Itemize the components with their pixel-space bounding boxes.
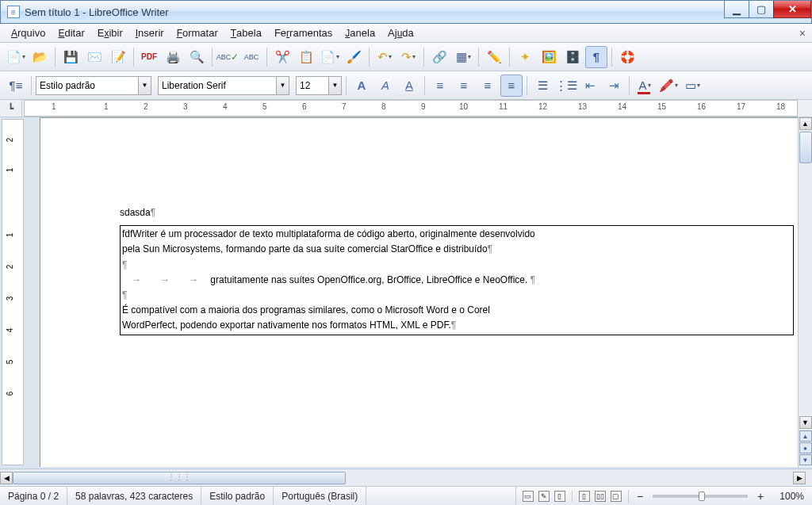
bullet-list-button[interactable]: ⋮☰ <box>555 75 577 97</box>
vertical-ruler[interactable]: 2 1 1 2 3 4 5 6 <box>2 119 24 465</box>
title-bar: Sem título 1 - LibreOffice Writer <box>0 0 812 24</box>
font-size-dropdown[interactable]: ▼ <box>329 76 342 95</box>
underline-button[interactable]: A <box>398 75 420 97</box>
format-paintbrush-button[interactable]: 🖌️ <box>343 46 365 68</box>
doc-modified-icon[interactable]: ✎ <box>538 491 550 502</box>
zoom-out-button[interactable]: − <box>634 490 646 503</box>
drawing-button[interactable]: ✏️ <box>483 46 505 68</box>
zoom-slider[interactable] <box>653 495 748 498</box>
undo-button[interactable]: ↶▾ <box>373 46 396 68</box>
font-name-combo[interactable]: Liberation Serif <box>158 76 277 95</box>
font-size-combo[interactable]: 12 <box>296 76 329 95</box>
hscroll-thumb[interactable]: ⋮⋮⋮ <box>13 472 346 484</box>
para3[interactable]: gratuitamente nas suítes OpenOffice.org,… <box>210 274 527 285</box>
navigation-button[interactable]: ● <box>799 442 812 453</box>
status-page[interactable]: Página 0 / 2 <box>0 487 67 505</box>
horizontal-ruler[interactable]: ┗ 1 1 2 3 4 5 6 7 8 9 10 11 12 13 14 15 … <box>0 100 812 117</box>
spellcheck-button[interactable]: ABC✓ <box>216 46 239 68</box>
font-name-dropdown[interactable]: ▼ <box>277 76 289 95</box>
status-insert-mode[interactable] <box>366 487 516 505</box>
view-book-icon[interactable]: ▢ <box>611 491 622 502</box>
status-language[interactable]: Português (Brasil) <box>274 487 366 505</box>
align-right-button[interactable]: ≡ <box>477 75 499 97</box>
align-left-button[interactable]: ≡ <box>429 75 451 97</box>
redo-button[interactable]: ↷▾ <box>397 46 419 68</box>
prev-page-button[interactable]: ▲ <box>799 430 812 442</box>
paste-button[interactable]: 📄▾ <box>319 46 341 68</box>
view-multi-page-icon[interactable]: ▯▯ <box>595 491 606 502</box>
highlight-button[interactable]: 🖍️▾ <box>657 75 680 97</box>
align-justify-button[interactable]: ≡ <box>500 75 523 97</box>
next-page-button[interactable]: ▼ <box>799 454 812 465</box>
styles-window-button[interactable]: ¶≡ <box>5 75 27 97</box>
para4-line2[interactable]: WordPerfect, podendo exportar nativament… <box>122 319 451 331</box>
menu-editar[interactable]: Editar <box>52 25 90 41</box>
print-preview-button[interactable]: 🔍 <box>186 46 208 68</box>
view-single-page-icon[interactable]: ▯ <box>579 491 590 502</box>
auto-spellcheck-button[interactable]: ABC <box>240 46 262 68</box>
email-button[interactable]: ✉️ <box>83 46 105 68</box>
digital-signature-icon[interactable]: ▯ <box>554 491 565 502</box>
scroll-left-button[interactable]: ◀ <box>0 472 13 484</box>
print-button[interactable]: 🖨️ <box>162 46 184 68</box>
maximize-button[interactable] <box>749 1 774 18</box>
numbered-list-button[interactable]: ☰ <box>531 75 553 97</box>
minimize-button[interactable] <box>724 1 749 18</box>
para2-line2[interactable]: pela Sun Microsystems, formando parte da… <box>122 243 488 254</box>
menu-ferramentas[interactable]: Ferramentas <box>268 25 339 41</box>
para4-line1[interactable]: É compatível com a maioria dos programas… <box>122 304 490 316</box>
menu-inserir[interactable]: Inserir <box>129 25 170 41</box>
page-scroll-area[interactable]: sdasda¶ fdfWriter é um processador de te… <box>25 117 798 467</box>
menu-janela[interactable]: Janela <box>339 25 381 41</box>
para2-line1[interactable]: fdfWriter é um processador de texto mult… <box>122 228 535 239</box>
edit-doc-button[interactable]: 📝 <box>107 46 129 68</box>
navigator-button[interactable]: ✦ <box>514 46 536 68</box>
background-color-button[interactable]: ▭▾ <box>681 75 703 97</box>
paragraph-style-combo[interactable]: Estilo padrão <box>36 76 139 95</box>
document-workarea: 2 1 1 2 3 4 5 6 sdasda¶ fdfWriter é um p… <box>0 117 812 467</box>
gallery-button[interactable]: 🖼️ <box>538 46 560 68</box>
status-zoom[interactable]: 100% <box>772 487 812 505</box>
document-page[interactable]: sdasda¶ fdfWriter é um processador de te… <box>40 117 798 467</box>
export-pdf-button[interactable]: PDF <box>138 46 160 68</box>
scroll-down-button[interactable]: ▼ <box>799 416 812 429</box>
font-color-button[interactable]: A▾ <box>634 75 656 97</box>
menu-exibir[interactable]: Exibir <box>91 25 129 41</box>
cut-button[interactable]: ✂️ <box>271 46 293 68</box>
nonprinting-chars-button[interactable]: ¶ <box>585 46 607 68</box>
paragraph-style-dropdown[interactable]: ▼ <box>139 76 151 95</box>
scroll-right-button[interactable]: ▶ <box>793 472 806 484</box>
close-doc-button[interactable]: × <box>799 27 806 40</box>
save-button[interactable]: 💾 <box>59 46 82 68</box>
copy-button[interactable]: 📋 <box>295 46 317 68</box>
decrease-indent-button[interactable]: ⇤ <box>579 75 601 97</box>
scroll-up-button[interactable]: ▲ <box>799 117 812 130</box>
menu-tabela[interactable]: Tabela <box>224 25 268 41</box>
zoom-in-button[interactable]: + <box>754 490 767 503</box>
menu-arquivo[interactable]: Arquivo <box>5 25 52 41</box>
table-button[interactable]: ▦▾ <box>452 46 474 68</box>
increase-indent-button[interactable]: ⇥ <box>603 75 625 97</box>
help-button[interactable]: 🛟 <box>616 46 638 68</box>
italic-button[interactable]: A <box>374 75 396 97</box>
hyperlink-button[interactable]: 🔗 <box>428 46 450 68</box>
text-line-1[interactable]: sdasda <box>120 207 151 218</box>
menu-formatar[interactable]: Formatar <box>170 25 224 41</box>
selection-mode-icon[interactable]: ▭ <box>523 491 534 502</box>
status-style[interactable]: Estilo padrão <box>201 487 274 505</box>
formatting-toolbar: ¶≡ Estilo padrão ▼ Liberation Serif ▼ 12… <box>0 71 812 100</box>
pilcrow-icon: ¶ <box>151 207 155 218</box>
close-button[interactable] <box>773 1 811 18</box>
datasources-button[interactable]: 🗄️ <box>561 46 584 68</box>
align-center-button[interactable]: ≡ <box>453 75 475 97</box>
horizontal-scrollbar[interactable]: ◀ ⋮⋮⋮ ▶ <box>0 469 812 486</box>
bold-button[interactable]: A <box>350 75 373 97</box>
scroll-thumb[interactable] <box>799 132 812 163</box>
text-frame[interactable]: fdfWriter é um processador de texto mult… <box>120 225 794 335</box>
new-button[interactable]: 📄▾ <box>5 46 27 68</box>
status-wordcount[interactable]: 58 palavras, 423 caracteres <box>67 487 201 505</box>
open-button[interactable]: 📂 <box>29 46 51 68</box>
page-text-content[interactable]: sdasda¶ fdfWriter é um processador de te… <box>40 118 798 351</box>
menu-ajuda[interactable]: Ajuda <box>381 25 420 41</box>
vertical-scrollbar[interactable]: ▲ ▼ ▲ ● ▼ <box>798 117 812 467</box>
